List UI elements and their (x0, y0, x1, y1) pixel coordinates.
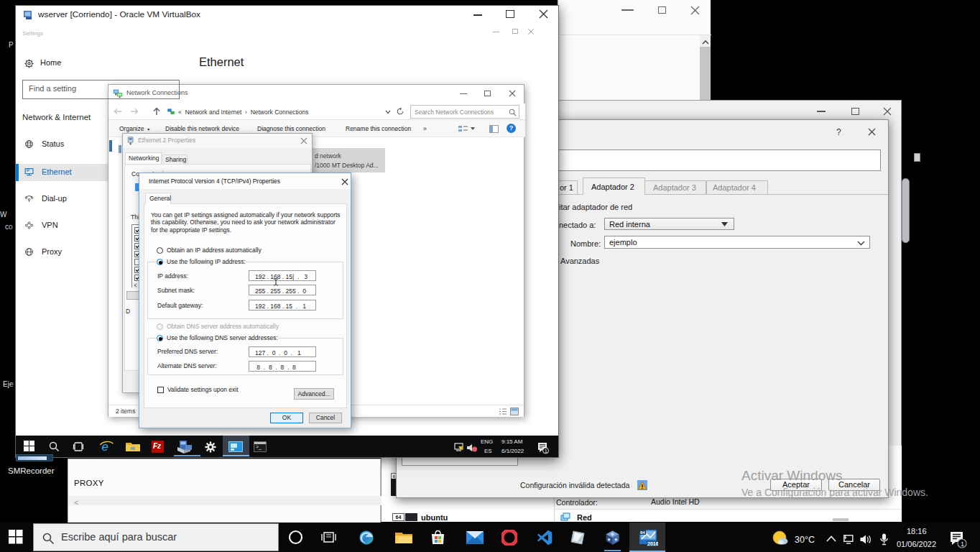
svg-text:2016: 2016 (647, 541, 658, 546)
svg-text:1: 1 (961, 540, 964, 548)
svg-text:64: 64 (640, 530, 645, 535)
svg-text:1: 1 (545, 448, 547, 454)
